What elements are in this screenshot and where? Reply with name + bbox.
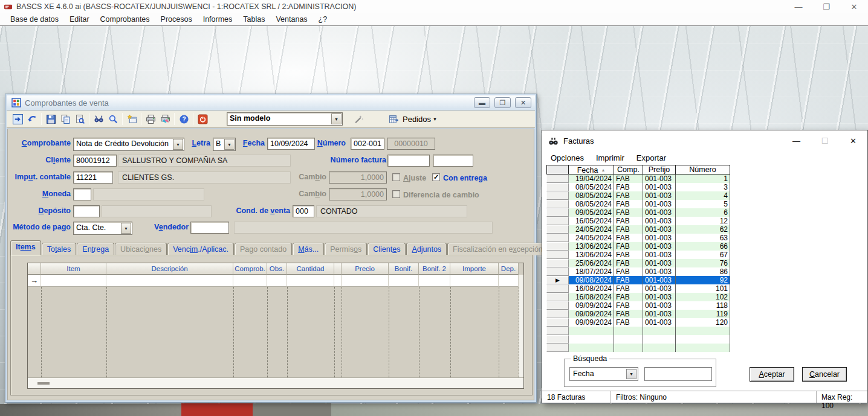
- tab-items[interactable]: Items: [10, 240, 41, 255]
- chevron-down-icon[interactable]: ▼: [626, 369, 636, 379]
- facturas-menu-imprimir[interactable]: Imprimir: [590, 152, 630, 164]
- table-row[interactable]: 08/05/2024FAB001-0033: [546, 183, 730, 191]
- fecha-input[interactable]: 10/09/2024: [267, 138, 315, 150]
- table-row[interactable]: 25/06/2024FAB001-00376: [546, 259, 730, 267]
- tab-vencim-aplicac[interactable]: Vencim./Aplicac.: [167, 243, 234, 255]
- cancelar-button[interactable]: Cancelar: [802, 367, 847, 382]
- new-record-icon[interactable]: [125, 112, 139, 126]
- items-row-cell[interactable]: [389, 275, 419, 287]
- letra-select[interactable]: B▼: [213, 138, 236, 151]
- items-col-header-bonif-[interactable]: Bonif.: [389, 263, 419, 275]
- venta-restore-button[interactable]: ❐: [494, 97, 511, 108]
- aceptar-button[interactable]: Aceptar: [750, 367, 794, 382]
- items-col-header-importe[interactable]: Importe: [450, 263, 499, 275]
- busqueda-value-input[interactable]: [644, 367, 712, 381]
- metodo-pago-select[interactable]: Cta. Cte.▼: [73, 222, 132, 235]
- table-row[interactable]: 16/08/2024FAB001-003101: [546, 284, 730, 293]
- table-row[interactable]: 24/05/2024FAB001-00363: [546, 234, 730, 242]
- table-row[interactable]: 13/06/2024FAB001-00366: [546, 242, 730, 251]
- table-row[interactable]: 13/06/2024FAB001-00367: [546, 251, 730, 259]
- con-entrega-checkbox[interactable]: ✓: [432, 173, 440, 181]
- app-menu-tablas[interactable]: Tablas: [238, 14, 270, 25]
- numero-factura-input-1[interactable]: [387, 155, 430, 167]
- venta-close-button[interactable]: ✕: [515, 97, 531, 108]
- table-row[interactable]: 16/08/2024FAB001-003102: [546, 293, 730, 301]
- table-row[interactable]: 08/05/2024FAB001-0035: [546, 200, 730, 208]
- facturas-close-button[interactable]: ✕: [839, 130, 867, 151]
- app-menu-base-de-datos[interactable]: Base de datos: [5, 14, 64, 25]
- deposito-input[interactable]: [73, 205, 100, 217]
- facturas-col-header-comp-[interactable]: Comp.: [614, 165, 643, 174]
- scrollbar-thumb[interactable]: [37, 382, 50, 385]
- vendedor-input[interactable]: [190, 222, 229, 234]
- preview-icon[interactable]: [73, 112, 87, 126]
- table-row[interactable]: 08/05/2024FAB001-0034: [546, 191, 730, 200]
- wand-icon[interactable]: [351, 112, 366, 126]
- facturas-menu-exportar[interactable]: Exportar: [630, 152, 672, 164]
- items-row-cell[interactable]: [450, 275, 499, 287]
- comprobante-select[interactable]: Nota de Crédito Devolución▼: [73, 138, 184, 151]
- items-row-cell[interactable]: [419, 275, 450, 287]
- app-menu-procesos[interactable]: Procesos: [155, 14, 198, 25]
- items-col-header-precio[interactable]: Precio: [342, 263, 389, 275]
- table-row[interactable]: 18/07/2024FAB001-00386: [546, 267, 730, 276]
- app-menu-comprobantes[interactable]: Comprobantes: [95, 14, 155, 25]
- items-col-header-obs-[interactable]: Obs.: [267, 263, 287, 275]
- items-row-cell[interactable]: [267, 275, 287, 287]
- items-row-cell[interactable]: [342, 275, 389, 287]
- facturas-col-header-selector[interactable]: [546, 165, 569, 174]
- chevron-down-icon[interactable]: ▼: [173, 139, 183, 150]
- items-row-cell[interactable]: [233, 275, 267, 287]
- items-col-header-bonif-2[interactable]: Bonif. 2: [419, 263, 450, 275]
- copy-icon[interactable]: [58, 112, 73, 126]
- app-menu-¿?[interactable]: ¿?: [313, 14, 333, 25]
- numero-prefijo-input[interactable]: 002-001: [351, 138, 384, 150]
- cond-venta-input[interactable]: 000: [293, 205, 314, 217]
- venta-minimize-button[interactable]: ▬: [474, 97, 490, 108]
- tab-clientes[interactable]: Clientes: [368, 243, 406, 255]
- items-row-cell[interactable]: [106, 275, 233, 287]
- table-row-empty[interactable]: [546, 335, 730, 344]
- table-row[interactable]: 09/09/2024FAB001-003118: [546, 301, 730, 310]
- table-row[interactable]: 09/09/2024FAB001-003119: [546, 310, 730, 318]
- items-row-cell[interactable]: [499, 275, 519, 287]
- table-row[interactable]: 16/05/2024FAB001-00312: [546, 217, 730, 225]
- table-row-empty[interactable]: [546, 327, 730, 335]
- pedidos-button[interactable]: Pedidos▼: [386, 112, 437, 126]
- items-row-cell[interactable]: [41, 275, 106, 287]
- table-row-empty[interactable]: [546, 344, 730, 352]
- items-col-header-blank[interactable]: [28, 263, 41, 275]
- current-row-marker[interactable]: →: [28, 275, 41, 287]
- save-icon[interactable]: [44, 112, 58, 126]
- undo-icon[interactable]: [25, 112, 39, 126]
- chevron-down-icon[interactable]: ▼: [331, 114, 342, 124]
- go-icon[interactable]: [10, 112, 25, 126]
- table-row[interactable]: 24/05/2024FAB001-00362: [546, 225, 730, 234]
- table-row[interactable]: 19/04/2024FAB001-0031: [546, 174, 730, 183]
- numero-factura-input-2[interactable]: [433, 155, 473, 167]
- tab-totales[interactable]: Totales: [42, 243, 77, 255]
- imput-contable-input[interactable]: 11221: [73, 171, 113, 184]
- facturas-col-header-n-mero[interactable]: Número: [676, 165, 730, 174]
- cliente-code-input[interactable]: 80001912: [73, 155, 117, 167]
- tab-m-s[interactable]: Más...: [293, 243, 324, 255]
- print-setup-icon[interactable]: [158, 112, 172, 126]
- help-icon[interactable]: ?: [177, 112, 191, 126]
- app-menu-ventanas[interactable]: Ventanas: [270, 14, 313, 25]
- items-col-header-comprob-[interactable]: Comprob.: [233, 263, 267, 275]
- items-col-header-descripci-n[interactable]: Descripción: [106, 263, 233, 275]
- app-menu-editar[interactable]: Editar: [64, 14, 95, 25]
- items-col-header-dep-[interactable]: Dep.: [499, 263, 519, 275]
- app-minimize-button[interactable]: —: [785, 0, 812, 13]
- modelo-select[interactable]: Sin modelo▼: [227, 112, 343, 126]
- find-icon[interactable]: [91, 112, 106, 126]
- app-close-button[interactable]: ✕: [840, 0, 868, 13]
- zoom-icon[interactable]: [106, 112, 120, 126]
- tab-entrega[interactable]: Entrega: [77, 243, 114, 255]
- items-grid-hscrollbar[interactable]: [28, 377, 523, 388]
- chevron-down-icon[interactable]: ▼: [121, 223, 131, 234]
- items-col-header-item[interactable]: Item: [41, 263, 106, 275]
- items-row-cell[interactable]: [334, 275, 342, 287]
- facturas-col-header-fecha[interactable]: Fecha▲: [569, 165, 614, 174]
- items-col-header-cantidad[interactable]: Cantidad: [287, 263, 334, 275]
